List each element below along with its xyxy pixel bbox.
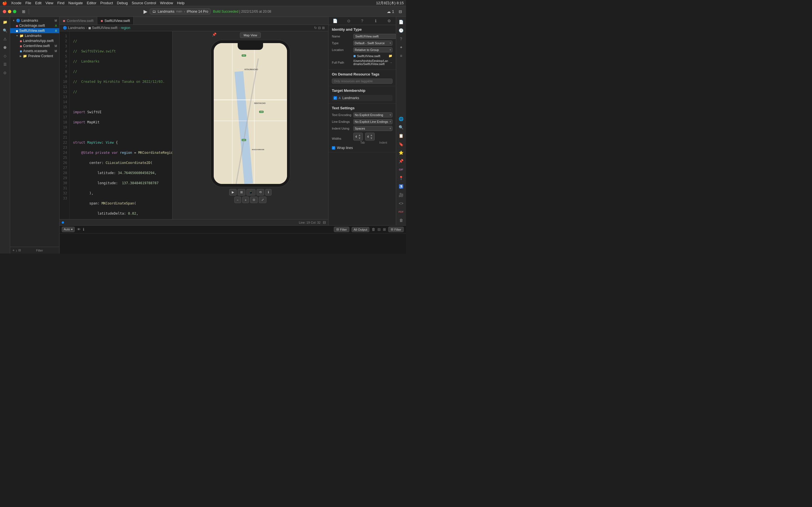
menu-find[interactable]: Find [57,1,64,5]
auto-select[interactable]: Auto ▾ [62,227,75,232]
breadcrumb-swiftuiview[interactable]: ◼ SwiftUIView.swift [88,26,117,30]
star-icon[interactable]: ⭐ [397,149,405,157]
stepper-down-icon[interactable]: ▼ [370,136,373,140]
trash-button[interactable]: 🗑 [371,227,375,231]
maximize-button[interactable] [13,10,16,13]
wrap-lines-checkbox[interactable]: ✓ [332,146,335,150]
reveal-path-button[interactable]: → [389,61,393,64]
filter-button-right[interactable]: ⊟ Filter [388,227,404,232]
pin-icon[interactable]: 📌 [397,157,405,165]
menu-help[interactable]: Help [177,1,185,5]
output-select[interactable]: All Output [352,227,369,232]
split-view-button[interactable]: ⊟ [398,9,403,14]
indent-width-stepper[interactable]: 4 ▲ ▼ [365,133,375,140]
menu-navigate[interactable]: Navigate [68,1,83,5]
preview-info-button[interactable]: ℹ [265,189,271,195]
menu-debug[interactable]: Debug [117,1,128,5]
breakpoints-icon[interactable]: ⬟ [1,43,9,51]
video-icon[interactable]: 🎥 [397,191,405,199]
menu-window[interactable]: Window [160,1,173,5]
filter-button-left[interactable]: ⊟ Filter [334,227,349,232]
scheme-selector[interactable]: 🗂 Landmarks main › iPhone 14 Pro [150,8,211,14]
activity-button[interactable]: ☁ 1 [386,9,395,14]
zoom-in-button[interactable]: + [242,196,249,203]
code-content[interactable]: // // SwiftUIView.swift // Landmarks // … [70,31,172,219]
menu-file[interactable]: File [26,1,31,5]
type-select[interactable]: Default - Swift Source ▾ [353,41,393,46]
run-button[interactable]: ▶ [144,8,147,15]
file-inspector-icon[interactable]: 📄 [397,18,405,26]
accessibility-icon[interactable]: ♿ [397,182,405,190]
menu-edit[interactable]: Edit [35,1,42,5]
minimize-button[interactable] [8,10,11,13]
sidebar-toggle-button[interactable]: ⊞ [21,9,27,14]
menu-view[interactable]: View [45,1,53,5]
sidebar-item-assets[interactable]: ◼ Assets.xcassets M [10,48,59,54]
tests-icon[interactable]: ◇ [1,52,9,60]
info-button[interactable]: ℹ [83,227,84,231]
issues-icon[interactable]: ☰ [1,60,9,68]
sidebar-item-preview-content[interactable]: ▶ 📁 Preview Content [10,54,59,59]
sidebar-item-landmarks-root[interactable]: ▼ 🔵 Landmarks M [10,18,59,23]
menu-editor[interactable]: Editor [87,1,96,5]
bookmark-icon[interactable]: 🔖 [397,140,405,148]
breadcrumb-landmarks[interactable]: 🔵 Landmarks [63,26,85,30]
inspector-toggle-button[interactable]: ⊞ [322,26,325,30]
full-output-button[interactable]: ⊞ [383,227,386,231]
encoding-select[interactable]: No Explicit Encoding ▾ [353,112,393,117]
inspector-tab-help[interactable]: ? [356,17,369,24]
tab-contentview[interactable]: ◼ ContentView.swift [59,17,97,24]
minimap-button[interactable]: ⊟ [323,220,326,224]
close-button[interactable] [3,10,6,13]
name-input[interactable] [353,34,396,39]
delete-icon[interactable]: 🗑 [397,216,405,224]
location-icon[interactable]: 📍 [397,174,405,182]
preview-play-button[interactable]: ▶ [229,189,237,195]
filter-button[interactable]: ⊟ [18,248,21,252]
inspector-tab-settings[interactable]: ⚙ [382,17,396,24]
zoom-out-button[interactable]: − [234,196,241,203]
eye-button[interactable]: 👁 [77,227,81,231]
clock-icon[interactable]: 🕐 [397,26,405,34]
pin-button[interactable]: 📌 [212,33,216,37]
preview-device-button[interactable]: 📱 [246,189,255,195]
target-checkbox[interactable]: ✓ [334,96,337,100]
tab-width-stepper[interactable]: 4 ▲ ▼ [353,133,363,140]
navigator-icon[interactable]: 📁 [1,18,9,26]
inspector-tab-info[interactable]: ℹ [369,17,382,24]
search2-icon[interactable]: 🔍 [397,123,405,131]
menu-xcode[interactable]: Xcode [11,1,21,5]
search-icon[interactable]: 🔍 [1,26,9,34]
attributes-icon[interactable]: ✦ [397,43,405,51]
grid-button[interactable]: ⊟ [318,26,321,30]
sidebar-item-swiftuiview[interactable]: ◼ SwiftUIView.swift A [10,28,59,33]
add-file-button[interactable]: + [12,248,15,252]
help-icon[interactable]: ? [397,35,405,43]
warnings-icon[interactable]: ⚠ [1,35,9,43]
sidebar-item-landmarksapp[interactable]: ◼ LandmarksApp.swift [10,38,59,43]
apple-menu[interactable]: 🍎 [2,1,7,5]
tags-input[interactable] [332,78,393,83]
zoom-fit-button[interactable]: ⊙ [250,196,258,203]
preview-orientation-button[interactable]: ⟲ [257,189,264,195]
more-icon[interactable]: ≡ [397,52,405,60]
gif-icon[interactable]: GIF [397,166,405,173]
refresh-button[interactable]: ↻ [314,26,317,30]
code-editor[interactable]: 12345 678910 1112131415 1617181920 21222… [59,31,172,219]
stepper-down-icon[interactable]: ▼ [358,136,361,140]
code-icon[interactable]: <> [397,200,405,207]
menu-source-control[interactable]: Source Control [132,1,156,5]
inspector-tab-file[interactable]: 📄 [328,17,342,24]
sort-button[interactable]: ↕ [16,248,17,252]
history-icon[interactable]: ⊙ [1,69,9,76]
line-endings-select[interactable]: No Explicit Line Endings ▾ [353,119,393,124]
reveal-file-button[interactable]: 📁 [389,54,393,58]
chrome-icon[interactable]: 🌐 [397,115,405,123]
location-select[interactable]: Relative to Group ▾ [353,47,393,52]
breadcrumb-region[interactable]: region [121,26,130,30]
indent-using-select[interactable]: Spaces ▾ [353,126,393,131]
menu-product[interactable]: Product [100,1,113,5]
tab-swiftuiview[interactable]: ◼ SwiftUIView.swift [97,17,134,24]
doc-icon[interactable]: 📋 [397,132,405,140]
sidebar-item-contentview[interactable]: ◼ ContentView.swift M [10,43,59,48]
